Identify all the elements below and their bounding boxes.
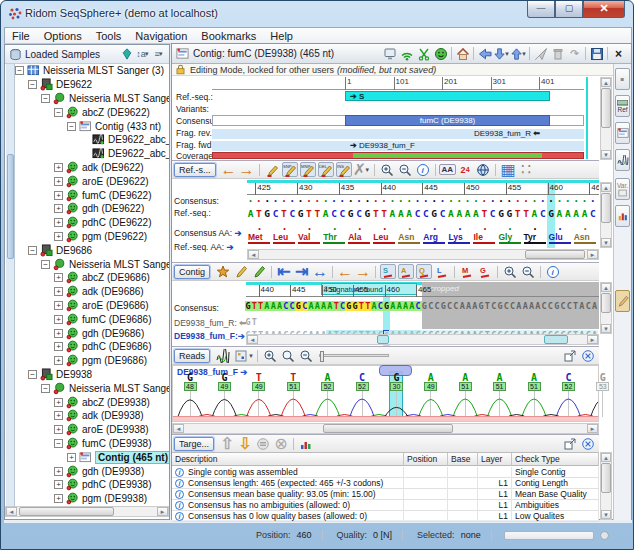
close-view-icon[interactable]: × <box>610 46 627 62</box>
trash-icon[interactable] <box>549 46 566 62</box>
tree-expand-toggle[interactable]: + <box>54 218 63 227</box>
column-header-check-type[interactable]: Check Type <box>512 453 599 466</box>
tree-expand-toggle[interactable]: − <box>41 260 50 269</box>
tree-item[interactable]: +pdhC (DE9686) <box>15 340 169 354</box>
tree-horizontal-scrollbar[interactable]: ◄ ► <box>5 506 169 517</box>
sequence-base[interactable]: C <box>588 208 597 219</box>
overview-fragrev-band[interactable]: DE9938_fum_R ⬅ <box>212 129 584 139</box>
next-icon[interactable]: → <box>355 264 371 279</box>
contig-zoom-out-icon[interactable] <box>520 264 536 279</box>
tree-item[interactable]: +pgm (DE9938) <box>15 492 169 506</box>
minimize-button[interactable]: — <box>527 1 555 18</box>
tree-expand-toggle[interactable]: + <box>54 301 63 310</box>
overview-refseq-bar[interactable]: ➔ S <box>345 91 550 101</box>
edit-pen-button[interactable] <box>615 290 630 312</box>
tree-expand-toggle[interactable]: − <box>28 80 37 89</box>
tree-expand-toggle[interactable]: + <box>54 425 63 434</box>
tree-item[interactable]: +abcZ (DE9686) <box>15 271 169 285</box>
mark-l-icon[interactable]: L <box>434 264 450 279</box>
overview-fragfwd-band[interactable]: ➔ DE9938_fum_F <box>212 141 584 151</box>
align-right-icon[interactable]: ⇥ <box>294 264 310 279</box>
feather-green-icon[interactable] <box>251 264 267 279</box>
reads-zoom-in-icon[interactable] <box>262 348 278 363</box>
tree-item[interactable]: −Neisseria MLST Sanger (3) <box>15 64 169 78</box>
tree-expand-toggle[interactable]: + <box>54 411 63 420</box>
zoom-in-icon[interactable] <box>379 162 395 177</box>
quality-values-icon[interactable]: 24 <box>457 162 473 177</box>
tree-expand-toggle[interactable]: − <box>67 122 76 131</box>
tree-item[interactable]: −Neisseria MLST Sanger (DE9686) <box>15 257 169 271</box>
refseq-view-button[interactable]: Ref <box>615 95 630 117</box>
scissors-icon[interactable] <box>415 46 432 62</box>
prev-difference-icon[interactable]: ← <box>221 162 237 177</box>
grid-view-icon[interactable]: ▦ <box>500 162 516 177</box>
details-icon[interactable] <box>255 436 271 451</box>
reads-zoom-out-icon[interactable] <box>298 348 314 363</box>
variants-view-button[interactable]: Var. <box>615 178 630 200</box>
save-icon[interactable] <box>588 46 605 62</box>
tree-expand-toggle[interactable]: + <box>54 163 63 172</box>
view-button[interactable]: ≡▼ <box>151 47 167 62</box>
tree-item[interactable]: −DE9622 <box>15 78 169 92</box>
move-up-icon[interactable]: ⇧ <box>219 436 235 451</box>
navigate-down-icon[interactable]: ▼ <box>493 46 510 62</box>
contig-consensus-row[interactable]: GTTAAACCGCAAAATCGGTTACGAAAACGCCGCCAAAGTC… <box>246 301 599 315</box>
menu-item-bookmarks[interactable]: Bookmarks <box>194 29 263 43</box>
tree-expand-toggle[interactable]: + <box>67 453 76 462</box>
tree-item[interactable]: +gdh (DE9622) <box>15 202 169 216</box>
refseq-vertical-scrollbar[interactable]: ▲▼ <box>600 182 612 248</box>
column-header-layer[interactable]: Layer <box>478 453 512 466</box>
marker-mnp-icon[interactable]: MNP <box>300 162 316 177</box>
tree-item[interactable]: +aroE (DE9622) <box>15 174 169 188</box>
reads-expand-icon[interactable] <box>562 348 578 363</box>
column-header-description[interactable]: Description <box>172 453 404 466</box>
refseq-horizontal-scrollbar[interactable]: ◄► <box>247 249 599 260</box>
marker-del-icon[interactable]: DEL <box>318 162 334 177</box>
target-expand-icon[interactable] <box>562 436 578 451</box>
navigate-back-icon[interactable] <box>476 46 493 62</box>
tree-expand-toggle[interactable]: + <box>54 480 63 489</box>
trace-settings-icon[interactable] <box>233 348 249 363</box>
navigate-up-icon[interactable]: ▼ <box>510 46 527 62</box>
feather-yellow-icon[interactable] <box>233 264 249 279</box>
mark-m-icon[interactable]: M <box>459 264 475 279</box>
tree-expand-toggle[interactable]: + <box>54 232 63 241</box>
mark-s-icon[interactable]: S <box>380 264 396 279</box>
star-icon[interactable] <box>215 264 231 279</box>
mark-g-icon[interactable]: G <box>477 264 493 279</box>
tree-item[interactable]: DE9622_abc_R (7 <box>15 133 169 147</box>
refseq-section-button[interactable]: Ref.-s... <box>174 163 216 177</box>
tree-expand-toggle[interactable]: + <box>54 273 63 282</box>
target-section-button[interactable]: Targe... <box>174 437 214 451</box>
tree-expand-toggle[interactable]: + <box>54 177 63 186</box>
tree-item[interactable]: +pgm (DE9622) <box>15 230 169 244</box>
undo-icon[interactable]: ↷ <box>566 46 583 62</box>
target-close-icon[interactable] <box>580 436 596 451</box>
tree-expand-toggle[interactable]: + <box>54 204 63 213</box>
tree-item[interactable]: −Neisseria MLST Sanger (DE9622) <box>15 92 169 106</box>
import-icon[interactable] <box>119 47 135 62</box>
move-down-icon[interactable]: ⇩ <box>237 436 253 451</box>
tree-expand-toggle[interactable]: + <box>54 342 63 351</box>
menu-item-navigation[interactable]: Navigation <box>128 29 194 43</box>
target-vertical-scrollbar[interactable]: ▲▼ <box>600 452 612 520</box>
tree-expand-toggle[interactable]: + <box>54 191 63 200</box>
tree-item[interactable]: +Contig (465 nt) <box>15 450 169 464</box>
tree-expand-toggle[interactable]: − <box>15 66 24 75</box>
submit-icon[interactable] <box>532 46 549 62</box>
tree-item[interactable]: +fumC (DE9622) <box>15 188 169 202</box>
export-chart-icon[interactable] <box>298 436 314 451</box>
dot-view-icon[interactable]: ∷ <box>518 162 534 177</box>
tree-item[interactable]: +adk (DE9938) <box>15 409 169 423</box>
tree-expand-toggle[interactable]: − <box>54 108 63 117</box>
overview-view-button[interactable]: ≡ <box>615 68 630 90</box>
tree-item[interactable]: +pdhC (DE9622) <box>15 216 169 230</box>
editor-tab-title[interactable]: Contig: fumC (DE9938) (465 nt) <box>193 48 334 59</box>
refseq-sequence-row[interactable]: ATGCTCGTTACCGCGTTAAACCGCAAAATCGGTTACGAAA… <box>247 208 599 220</box>
scroll-right-icon[interactable]: ► <box>157 507 168 516</box>
tree-expand-toggle[interactable]: − <box>54 439 63 448</box>
reads-close-icon[interactable] <box>580 348 596 363</box>
menu-item-options[interactable]: Options <box>37 29 89 43</box>
info-icon[interactable]: i <box>415 162 431 177</box>
home-icon[interactable] <box>454 46 471 62</box>
